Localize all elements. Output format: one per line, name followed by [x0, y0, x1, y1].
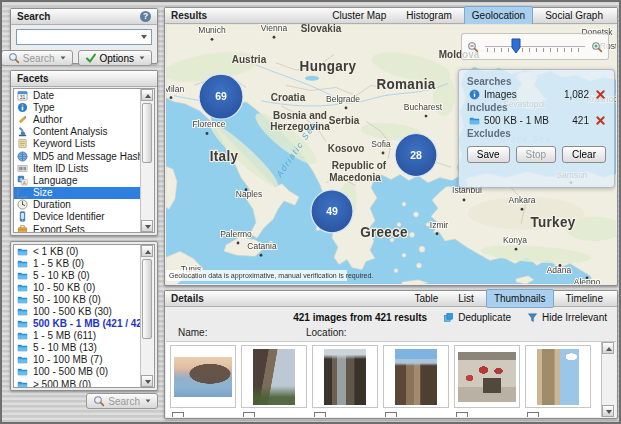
tab-thumbnails[interactable]: Thumbnails — [486, 289, 554, 308]
facet-item-item-id-lists[interactable]: Item ID Lists — [14, 162, 154, 174]
facets-panel-title: Facets — [17, 71, 49, 86]
scrollbar-thumb[interactable] — [142, 103, 152, 163]
search-button-label: Search — [23, 53, 55, 64]
facet-item-content-analysis[interactable]: Content Analysis — [14, 126, 154, 138]
size-value-item[interactable]: 10 - 100 MB (7) — [14, 354, 154, 366]
thumbnail-coastal-sunset[interactable] — [170, 345, 236, 408]
export-icon — [17, 224, 28, 233]
size-values-scrollbar[interactable] — [140, 245, 154, 387]
tab-social-graph[interactable]: Social Graph — [537, 6, 611, 25]
chevron-down-icon[interactable] — [141, 35, 147, 39]
folder-icon — [17, 330, 28, 341]
scroll-up-button[interactable] — [602, 342, 614, 354]
facet-item-author[interactable]: Author — [14, 113, 154, 125]
city-dot — [425, 115, 428, 118]
facets-scrollbar[interactable] — [140, 89, 154, 232]
size-value-item[interactable]: 500 KB - 1 MB (421 / 421) — [14, 318, 154, 330]
facet-search-button[interactable]: Search — [86, 393, 158, 409]
facet-item-md5-and-message-hash[interactable]: MD5 and Message Hash — [14, 150, 154, 162]
close-icon[interactable] — [595, 115, 606, 126]
tab-table[interactable]: Table — [406, 289, 446, 308]
scrollbar-thumb[interactable] — [142, 259, 152, 339]
facet-item-language[interactable]: aALanguage — [14, 174, 154, 186]
size-value-item[interactable]: 5 - 10 MB (13) — [14, 342, 154, 354]
options-button[interactable]: Options — [78, 50, 152, 66]
map-label: Italy — [210, 149, 239, 164]
size-value-item[interactable]: 1 - 5 KB (0) — [14, 257, 154, 269]
stop-button[interactable]: Stop — [516, 146, 557, 163]
thumbnail-old-town-street[interactable] — [312, 345, 378, 408]
facet-item-type[interactable]: Type — [14, 101, 154, 113]
info-icon — [469, 89, 480, 100]
scroll-down-button[interactable] — [141, 220, 153, 232]
search-input[interactable] — [16, 29, 152, 45]
thumbnail-checkbox[interactable] — [385, 412, 397, 417]
map-label: Adana — [547, 265, 572, 275]
tab-timeline[interactable]: Timeline — [558, 289, 611, 308]
size-value-item[interactable]: > 500 MB (0) — [14, 378, 154, 388]
map-label: Croatia — [271, 92, 306, 103]
search-button[interactable]: Search — [1, 50, 73, 66]
scroll-up-button[interactable] — [141, 89, 153, 101]
hide-irrelevant-button[interactable]: Hide Irrelevant — [527, 312, 607, 323]
size-value-item[interactable]: 50 - 100 KB (0) — [14, 293, 154, 305]
size-value-item[interactable]: 100 - 500 KB (30) — [14, 305, 154, 317]
map-label: Naples — [236, 189, 262, 199]
thumbnail-cathedral-facade[interactable] — [525, 345, 591, 408]
tab-list[interactable]: List — [450, 289, 482, 308]
thumbnail-flower-window-wall[interactable] — [454, 345, 520, 408]
magnifier-icon — [93, 395, 105, 407]
thumbnail-checkbox[interactable] — [527, 412, 539, 417]
thumbnail-checkbox[interactable] — [456, 412, 468, 417]
tab-geolocation[interactable]: Geolocation — [464, 6, 533, 25]
save-button[interactable]: Save — [467, 146, 510, 163]
scroll-down-button[interactable] — [141, 375, 153, 387]
size-value-item[interactable]: < 1 KB (0) — [14, 245, 154, 257]
size-value-item[interactable]: 5 - 10 KB (0) — [14, 269, 154, 281]
map-label: Palermo — [220, 229, 252, 239]
city-dot — [515, 248, 518, 251]
scroll-up-button[interactable] — [141, 245, 153, 257]
thumbnail-checkbox[interactable] — [314, 412, 326, 417]
size-value-item[interactable]: 100 - 500 MB (0) — [14, 366, 154, 378]
facet-item-label: Duration — [33, 199, 71, 210]
include-item-count: 421 — [572, 115, 589, 126]
map-label: Greece — [360, 225, 408, 240]
filter-labels-row: Name: Location: — [165, 327, 617, 340]
thumbnails-scrollbar[interactable] — [601, 342, 616, 417]
size-value-item[interactable]: 1 - 5 MB (611) — [14, 330, 154, 342]
size-value-label: < 1 KB (0) — [33, 246, 78, 257]
facet-item-keyword-lists[interactable]: Keyword Lists — [14, 138, 154, 150]
help-icon[interactable]: ? — [140, 11, 151, 22]
thumbnail-checkbox[interactable] — [243, 412, 255, 417]
hide-irrelevant-button-label: Hide Irrelevant — [542, 312, 607, 323]
zoom-slider-handle[interactable] — [511, 38, 521, 53]
close-icon[interactable] — [595, 89, 606, 100]
geolocation-map[interactable]: MunichViennaSlovakiaAustriaHungaryCroati… — [166, 24, 616, 284]
folder-icon — [469, 115, 480, 126]
facet-item-device-identifier[interactable]: Device Identifier — [14, 211, 154, 223]
facet-item-export-sets[interactable]: Export Sets — [14, 223, 154, 233]
application-window: Search ? Search Options Facets 31 — [0, 0, 621, 424]
thumbnail-cobbled-alley[interactable] — [383, 345, 449, 408]
size-value-item[interactable]: 10 - 50 KB (0) — [14, 281, 154, 293]
facet-item-size[interactable]: Size — [14, 187, 154, 199]
zoom-out-icon[interactable] — [467, 41, 479, 53]
thumbnail-hillside-street[interactable] — [241, 345, 307, 408]
barcode-icon — [17, 163, 28, 174]
scroll-down-button[interactable] — [602, 405, 614, 417]
tab-histogram[interactable]: Histogram — [398, 6, 460, 25]
thumbnail-checkbox[interactable] — [172, 412, 184, 417]
zoom-slider[interactable] — [483, 38, 587, 56]
clock-icon — [17, 199, 28, 210]
folder-icon — [17, 342, 28, 353]
size-value-label: 1 - 5 MB (611) — [33, 330, 96, 341]
deduplicate-button[interactable]: Deduplicate — [443, 312, 511, 323]
clear-button[interactable]: Clear — [562, 146, 606, 163]
tab-cluster-map[interactable]: Cluster Map — [324, 6, 394, 25]
cluster-bubble-count: 69 — [215, 90, 227, 102]
zoom-in-icon[interactable] — [591, 41, 603, 53]
city-dot — [206, 132, 209, 135]
facet-item-date[interactable]: 31Date — [14, 89, 154, 101]
facet-item-duration[interactable]: Duration — [14, 199, 154, 211]
